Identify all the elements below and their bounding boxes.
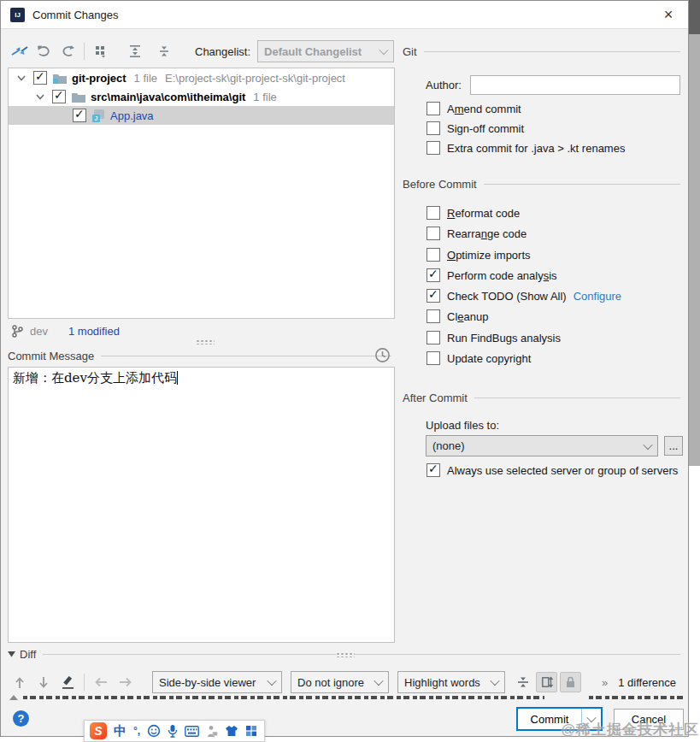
checkbox-always-use-server[interactable]: Always use selected server or group of s… <box>426 463 678 477</box>
chevron-down-icon <box>17 75 26 81</box>
upload-files-label: Upload files to: <box>426 419 499 432</box>
tree-checkbox[interactable] <box>52 90 66 103</box>
group-by-icon[interactable] <box>89 40 113 62</box>
section-line <box>474 398 680 398</box>
help-button[interactable]: ? <box>13 710 29 727</box>
collapse-unchanged-icon[interactable] <box>512 672 533 692</box>
section-line <box>424 51 680 52</box>
checkbox-label: Sign-off commit <box>447 122 524 135</box>
background-window-edge <box>689 466 700 742</box>
git-section-header: Git <box>403 45 680 58</box>
history-clock-icon[interactable] <box>374 347 391 363</box>
checkbox[interactable] <box>426 141 440 155</box>
edit-source-icon[interactable] <box>56 671 79 693</box>
checkbox-amend-commit[interactable]: Amend commit <box>426 102 521 115</box>
previous-difference-icon[interactable] <box>8 671 32 693</box>
checkbox[interactable] <box>426 309 440 323</box>
checkbox[interactable] <box>426 351 440 365</box>
collapse-all-icon[interactable] <box>152 40 176 62</box>
tree-checkbox[interactable] <box>73 109 86 122</box>
toolbar-divider <box>84 43 85 60</box>
language-toggle-icon[interactable]: 中 <box>114 723 126 739</box>
tree-node-meta: 1 file <box>134 72 157 85</box>
synchronize-scrolling-icon[interactable] <box>536 672 557 692</box>
tree-node-name: App.java <box>110 109 154 122</box>
changelist-dropdown[interactable]: Default Changelist <box>257 40 394 62</box>
ignore-policy-value: Do not ignore <box>297 676 364 689</box>
upload-target-dropdown[interactable]: (none) <box>426 435 658 456</box>
checkbox-optimize-imports[interactable]: Optimize imports <box>426 248 531 262</box>
modified-count-link[interactable]: 1 modified <box>68 325 120 338</box>
checkbox[interactable] <box>426 463 440 477</box>
upload-more-button[interactable]: ... <box>664 436 683 456</box>
folder-icon <box>72 91 85 103</box>
checkbox-reformat-code[interactable]: Reformat code <box>426 206 520 220</box>
checkbox-label: Optimize imports <box>447 249 531 262</box>
checkbox[interactable] <box>426 121 440 135</box>
checkbox-update-copyright[interactable]: Update copyright <box>426 351 531 365</box>
commit-arrows-icon[interactable] <box>8 40 32 62</box>
tree-row-package[interactable]: src\main\java\com\itheima\git 1 file <box>9 87 394 106</box>
checkbox[interactable] <box>426 289 440 303</box>
upload-target-value: (none) <box>432 439 465 452</box>
checkbox-label: Update copyright <box>447 352 531 365</box>
highlight-mode-value: Highlight words <box>404 676 480 689</box>
checkbox-label: Amend commit <box>447 103 521 115</box>
watermark-text: @稀土掘金技术社区 <box>561 720 699 739</box>
ignore-policy-dropdown[interactable]: Do not ignore <box>291 671 389 693</box>
chevron-down-icon <box>490 676 499 686</box>
toolbox-grid-icon[interactable] <box>245 725 257 737</box>
before-commit-title: Before Commit <box>403 178 477 191</box>
skin-shirt-icon[interactable] <box>225 725 238 737</box>
checkbox-extra-commit[interactable]: Extra commit for .java > .kt renames <box>426 141 625 155</box>
sogou-logo-icon[interactable]: S <box>90 722 107 739</box>
checkbox[interactable] <box>426 331 440 344</box>
author-input[interactable] <box>470 75 680 95</box>
background-window-edge <box>689 0 700 34</box>
tree-checkbox[interactable] <box>33 71 47 85</box>
commit-message-input[interactable]: 新增：在dev分支上添加代码 <box>8 367 395 643</box>
svg-text:14: 14 <box>214 732 217 735</box>
more-actions-chevrons[interactable]: » <box>602 676 608 689</box>
checkbox-label: Run FindBugs analysis <box>447 332 561 344</box>
checkbox[interactable] <box>426 206 440 220</box>
checkbox[interactable] <box>426 102 440 115</box>
punctuation-toggle-icon[interactable]: °, <box>133 725 140 737</box>
chevron-down-icon <box>267 676 276 686</box>
checkbox-cleanup[interactable]: Cleanup <box>426 309 488 323</box>
next-difference-icon[interactable] <box>32 671 56 693</box>
forward-arrow-icon[interactable] <box>113 671 137 693</box>
viewer-mode-dropdown[interactable]: Side-by-side viewer <box>152 671 282 693</box>
emoji-icon[interactable] <box>147 724 161 738</box>
clipped-diff-text <box>589 696 685 699</box>
checkbox-rearrange-code[interactable]: Rearrange code <box>426 227 526 240</box>
checkbox-perform-code-analysis[interactable]: Perform code analysis <box>426 268 557 282</box>
diff-toolbar: Side-by-side viewer Do not ignore Highli… <box>8 670 676 694</box>
checkbox-label: Cleanup <box>447 310 488 323</box>
profile-icon[interactable]: 14 <box>206 725 218 738</box>
tree-row-file-selected[interactable]: J App.java <box>9 106 394 125</box>
tree-row-project[interactable]: git-project 1 file E:\project-sk\git-pro… <box>9 68 394 87</box>
checkbox-check-todo[interactable]: Check TODO (Show All) Configure <box>426 289 621 303</box>
highlight-mode-dropdown[interactable]: Highlight words <box>397 671 505 693</box>
expand-all-icon[interactable] <box>123 40 147 62</box>
splitter-grip[interactable] <box>336 652 355 657</box>
splitter-grip[interactable] <box>196 339 215 344</box>
checkbox[interactable] <box>426 227 440 240</box>
changelist-label: Changelist: <box>195 45 250 58</box>
checkbox-findbugs[interactable]: Run FindBugs analysis <box>426 331 561 344</box>
close-icon[interactable]: × <box>657 4 679 25</box>
section-line <box>43 654 680 655</box>
virtual-keyboard-icon[interactable] <box>185 726 199 737</box>
voice-input-icon[interactable] <box>168 724 178 738</box>
checkbox[interactable] <box>426 248 440 262</box>
chevron-down-icon <box>36 94 44 100</box>
ime-toolbar: S 中 °, 14 <box>84 720 265 742</box>
clipped-diff-text <box>23 696 544 699</box>
checkbox-signoff-commit[interactable]: Sign-off commit <box>426 121 524 135</box>
configure-link[interactable]: Configure <box>574 290 621 303</box>
refresh-icon[interactable] <box>56 40 79 62</box>
rollback-icon[interactable] <box>32 40 56 62</box>
back-arrow-icon[interactable] <box>89 671 113 693</box>
checkbox[interactable] <box>426 268 440 282</box>
